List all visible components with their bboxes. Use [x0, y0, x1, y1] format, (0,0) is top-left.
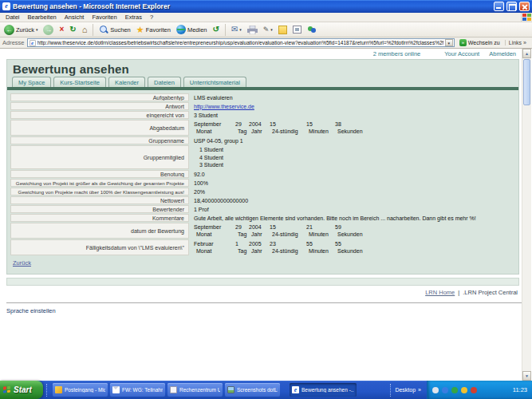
tab-my-space[interactable]: My Space — [12, 77, 51, 87]
maximize-button[interactable] — [506, 2, 517, 11]
taskbar-clock[interactable]: 11:23 — [513, 386, 527, 393]
go-button[interactable]: » Wechseln zu — [457, 39, 502, 46]
menu-ansicht[interactable]: Ansicht — [61, 14, 89, 21]
row-label: Gruppenmitglied — [10, 145, 189, 169]
row-label: Antwort — [10, 102, 189, 110]
lrn-project-central-link[interactable]: .LRN Project Central — [463, 289, 518, 296]
menu-bar: Datei Bearbeiten Ansicht Favoriten Extra… — [0, 13, 532, 22]
forward-button[interactable]: → — [41, 24, 55, 36]
taskbar-task-rechenzentrum[interactable]: Rechenzentrum Uni K... — [167, 383, 223, 397]
print-icon — [247, 26, 258, 34]
forward-icon: → — [43, 25, 53, 35]
tray-icon-4[interactable] — [461, 387, 467, 393]
scrollbar-thumb[interactable] — [523, 59, 530, 105]
scroll-down-button[interactable]: ▼ — [522, 371, 531, 381]
tab-dateien[interactable]: Dateien — [148, 77, 181, 87]
close-button[interactable] — [519, 2, 530, 11]
menu-extras[interactable]: Extras — [121, 14, 146, 21]
taskbar-task-fw-wg-teilnahme[interactable]: FW: WG: Teilnahme v... — [110, 383, 165, 397]
ie-icon: e — [292, 386, 299, 393]
desktop-toolbar[interactable]: Desktop » — [390, 384, 425, 397]
menu-bearbeiten[interactable]: Bearbeiten — [24, 14, 61, 21]
table-row-kommentare: Kommentare Gute Arbeit, alle wichtigen E… — [10, 214, 515, 222]
row-label: Fälligkeitsdatum von \"LMS evaluieren\" — [10, 239, 189, 255]
group-member: 1 Student — [199, 146, 515, 154]
discuss-button[interactable] — [277, 25, 289, 35]
image-folder-icon — [227, 386, 234, 393]
row-value-date: SeptemberMonat29Tag2004Jahr1524-stündig2… — [189, 223, 515, 239]
table-row-bewertungsdatum: datum der Bewertung SeptemberMonat29Tag2… — [10, 223, 515, 239]
system-tray: 11:23 — [427, 381, 532, 399]
messenger-button[interactable] — [305, 24, 318, 35]
evaluation-portlet: Bewertung ansehen My Space Kurs-Startsei… — [6, 59, 519, 275]
taskbar-task-screenshots[interactable]: Screenshots dotLRN... — [225, 383, 280, 397]
search-icon — [99, 25, 108, 34]
toolbar-separator — [93, 24, 93, 36]
history-button[interactable]: ↺ — [211, 24, 221, 35]
tab-unterrichtsmaterial[interactable]: Unterrichtsmaterial — [183, 77, 246, 87]
document-icon — [170, 386, 177, 393]
your-account-link[interactable]: Your Account — [444, 50, 479, 57]
back-dropdown-icon[interactable]: ▾ — [36, 27, 38, 32]
ie-app-icon: e — [2, 2, 10, 10]
back-link[interactable]: Zurück — [13, 259, 31, 267]
mail-button[interactable]: ✉ ▾ — [230, 24, 243, 35]
page-favicon: e — [30, 40, 36, 46]
row-label: Benotung — [10, 170, 189, 178]
answer-url-link[interactable]: http://www.theservice.de — [194, 104, 254, 109]
home-button[interactable]: ⌂ — [81, 24, 89, 36]
set-language-link[interactable]: Sprache einstellen — [6, 307, 56, 314]
row-value: Gute Arbeit, alle wichtigen Elemente sin… — [189, 214, 515, 222]
menu-hilfe[interactable]: ? — [146, 14, 157, 21]
page-title: Bewertung ansehen — [13, 62, 129, 76]
tray-icon-5[interactable] — [471, 387, 477, 393]
refresh-icon: ↻ — [69, 25, 76, 34]
tab-kurs-startseite[interactable]: Kurs-Startseite — [53, 77, 106, 87]
logout-link[interactable]: Abmelden — [489, 50, 516, 57]
group-member: 3 Student — [199, 161, 515, 169]
stop-button[interactable]: × — [57, 24, 65, 35]
user-bar: 2 members online Your Account Abmelden — [373, 50, 516, 57]
table-row-bewertender: Bewertender 1 Prof — [10, 205, 515, 213]
menu-datei[interactable]: Datei — [2, 14, 24, 21]
mail-message-icon — [112, 386, 120, 393]
menu-favoriten[interactable]: Favoriten — [88, 14, 120, 21]
refresh-button[interactable]: ↻ — [68, 24, 77, 35]
resize-button[interactable] — [291, 25, 303, 34]
portlet-footer-strip — [6, 278, 519, 286]
row-value: LMS evaluieren — [189, 93, 515, 101]
scroll-up-button[interactable]: ▲ — [522, 49, 531, 58]
address-bar: Adresse e http://www.theservice.de/dotlr… — [0, 38, 532, 49]
taskbar-task-bewertung-ansehen[interactable]: e Bewertung ansehen -... — [290, 383, 357, 397]
edit-button[interactable]: ✎ ▾ — [262, 24, 274, 35]
media-button[interactable]: Medien — [175, 24, 209, 35]
print-button[interactable] — [246, 25, 259, 35]
taskbar-task-posteingang[interactable]: Posteingang - Micros... — [53, 383, 108, 397]
windows-logo-icon — [521, 13, 530, 22]
links-toolbar[interactable]: Links » — [505, 40, 530, 45]
start-button[interactable]: Start — [0, 381, 43, 399]
favorites-button[interactable]: ★ Favoriten — [135, 24, 172, 35]
address-dropdown-button[interactable]: ▾ — [445, 39, 453, 46]
mail-dropdown-icon[interactable]: ▾ — [239, 27, 242, 32]
tray-icon-1[interactable] — [432, 387, 439, 393]
tray-icon-2[interactable] — [442, 387, 448, 393]
search-button[interactable]: Suchen — [97, 24, 132, 35]
minimize-button[interactable] — [494, 2, 504, 11]
quick-launch-handle[interactable] — [46, 384, 50, 397]
table-row-eingereicht-von: eingereicht von 3 Student — [10, 111, 515, 119]
back-button[interactable]: ← Zurück ▾ — [2, 24, 39, 36]
table-row-antwort: Antwort http://www.theservice.de — [10, 102, 515, 110]
row-value-date: SeptemberMonat29Tag2004Jahr1524-stündig1… — [189, 120, 515, 136]
address-input[interactable]: e http://www.theservice.de/dotlrn/classe… — [27, 38, 455, 47]
vertical-scrollbar[interactable]: ▲ ▼ — [522, 49, 531, 381]
row-label: Gruppenname — [10, 136, 189, 144]
row-label: Bewertender — [10, 205, 189, 213]
lrn-home-link[interactable]: LRN Home — [425, 289, 455, 296]
table-row-gewichtung-klasse: Gewichtung von Projekte macht über 100% … — [10, 188, 515, 196]
members-online-link[interactable]: 2 members online — [373, 50, 421, 57]
lrn-footer-links: LRN Home | .LRN Project Central — [425, 289, 518, 296]
edit-dropdown-icon[interactable]: ▾ — [270, 27, 273, 32]
tray-icon-3[interactable] — [451, 387, 458, 393]
tab-kalender[interactable]: Kalender — [108, 77, 145, 87]
